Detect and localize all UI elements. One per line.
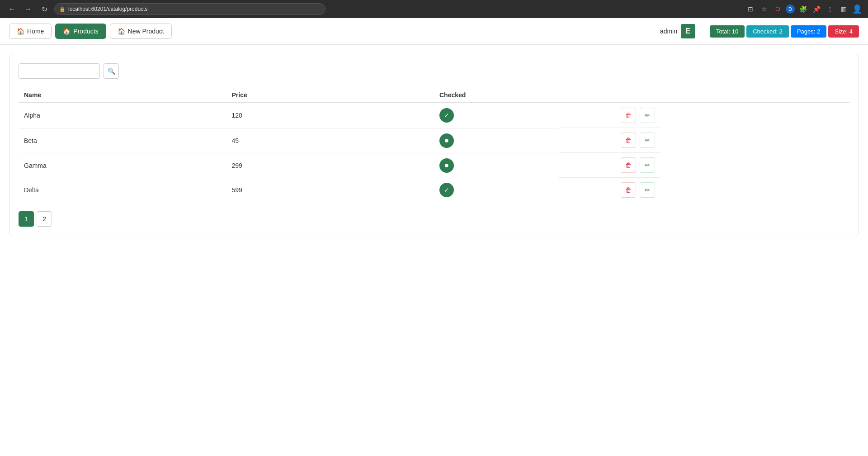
- checked-toggle-button[interactable]: ●: [439, 133, 454, 148]
- delete-button[interactable]: 🗑: [621, 108, 636, 123]
- bookmark-icon[interactable]: ☆: [759, 4, 769, 14]
- new-product-label: New Product: [128, 28, 164, 35]
- product-price: 599: [226, 178, 434, 202]
- product-price: 45: [226, 128, 434, 153]
- top-nav: 🏠 Home 🏠 Products 🏠 New Product admin E …: [0, 18, 868, 45]
- address-bar[interactable]: 🔒 localhost:60201/catalog/products: [54, 3, 326, 15]
- products-nav-button[interactable]: 🏠 Products: [55, 24, 106, 39]
- pagination: 12: [19, 211, 849, 227]
- product-price: 120: [226, 103, 434, 128]
- size-badge: Size: 4: [828, 25, 859, 38]
- checked-toggle-button[interactable]: ●: [439, 158, 454, 173]
- reload-button[interactable]: ↻: [38, 3, 51, 15]
- extensions-icon[interactable]: ⬡: [772, 4, 783, 14]
- browser-actions: ⊡ ☆ ⬡ D 🧩 📌 ⋮ ▥ 👤: [745, 4, 863, 14]
- products-label: Products: [73, 28, 98, 35]
- stats-area: Total: 10 Checked: 2 Pages: 2 Size: 4: [708, 25, 859, 38]
- search-input[interactable]: [19, 63, 100, 79]
- menu-dots-icon[interactable]: ⋮: [825, 4, 835, 14]
- url-text: localhost:60201/catalog/products: [68, 6, 147, 12]
- col-header-actions: [559, 88, 849, 103]
- product-checked-cell: ✓: [434, 178, 559, 202]
- total-badge: Total: 10: [710, 25, 745, 38]
- edit-button[interactable]: ✏: [640, 133, 655, 148]
- user-area: admin E: [660, 24, 695, 38]
- username-text: admin: [660, 28, 677, 35]
- col-header-name: Name: [19, 88, 226, 103]
- browser-chrome: ← → ↻ 🔒 localhost:60201/catalog/products…: [0, 0, 868, 18]
- search-button[interactable]: 🔍: [104, 63, 119, 79]
- products-card: 🔍 Name Price Checked Alpha 120 ✓: [9, 54, 859, 236]
- user-avatar[interactable]: E: [681, 24, 695, 38]
- product-actions: 🗑 ✏: [559, 128, 660, 153]
- page-button[interactable]: 2: [37, 211, 52, 227]
- home-icon: 🏠: [17, 28, 24, 35]
- product-checked-cell: ●: [434, 153, 559, 178]
- delete-button[interactable]: 🗑: [621, 133, 636, 148]
- app-container: 🏠 Home 🏠 Products 🏠 New Product admin E …: [0, 18, 868, 456]
- products-icon: 🏠: [63, 28, 71, 35]
- home-nav-button[interactable]: 🏠 Home: [9, 24, 52, 39]
- table-row: Gamma 299 ● 🗑 ✏: [19, 153, 849, 178]
- products-table: Name Price Checked Alpha 120 ✓ 🗑 ✏ Beta …: [19, 88, 849, 202]
- user-profile-icon[interactable]: 👤: [852, 4, 863, 14]
- product-name: Gamma: [19, 153, 226, 178]
- search-icon: 🔍: [108, 67, 115, 75]
- table-header-row: Name Price Checked: [19, 88, 849, 103]
- table-row: Alpha 120 ✓ 🗑 ✏: [19, 103, 849, 128]
- product-actions: 🗑 ✏: [559, 178, 660, 202]
- cast-icon[interactable]: ⊡: [745, 4, 756, 14]
- page-button[interactable]: 1: [19, 211, 34, 227]
- product-checked-cell: ✓: [434, 103, 559, 128]
- col-header-checked: Checked: [434, 88, 559, 103]
- delete-button[interactable]: 🗑: [621, 157, 636, 173]
- product-name: Beta: [19, 128, 226, 153]
- sidebar-icon[interactable]: ▥: [838, 4, 849, 14]
- forward-button[interactable]: →: [22, 3, 34, 15]
- edit-button[interactable]: ✏: [640, 108, 655, 123]
- extensions2-icon[interactable]: 🧩: [797, 4, 808, 14]
- pin-icon[interactable]: 📌: [811, 4, 822, 14]
- table-row: Beta 45 ● 🗑 ✏: [19, 128, 849, 153]
- table-row: Delta 599 ✓ 🗑 ✏: [19, 178, 849, 202]
- edit-button[interactable]: ✏: [640, 157, 655, 173]
- search-area: 🔍: [19, 63, 849, 79]
- new-product-nav-button[interactable]: 🏠 New Product: [110, 24, 172, 39]
- edit-button[interactable]: ✏: [640, 182, 655, 198]
- delete-button[interactable]: 🗑: [621, 182, 636, 198]
- main-content: 🔍 Name Price Checked Alpha 120 ✓: [0, 45, 868, 245]
- profile-icon[interactable]: D: [786, 5, 795, 14]
- product-price: 299: [226, 153, 434, 178]
- checked-badge: Checked: 2: [746, 25, 789, 38]
- home-label: Home: [27, 28, 44, 35]
- product-actions: 🗑 ✏: [559, 103, 660, 128]
- product-name: Alpha: [19, 103, 226, 128]
- back-button[interactable]: ←: [5, 3, 18, 15]
- product-actions: 🗑 ✏: [559, 153, 660, 178]
- pages-badge: Pages: 2: [791, 25, 826, 38]
- col-header-price: Price: [226, 88, 434, 103]
- product-checked-cell: ●: [434, 128, 559, 153]
- new-product-icon: 🏠: [118, 28, 125, 35]
- checked-toggle-button[interactable]: ✓: [439, 108, 454, 123]
- product-name: Delta: [19, 178, 226, 202]
- checked-toggle-button[interactable]: ✓: [439, 183, 454, 197]
